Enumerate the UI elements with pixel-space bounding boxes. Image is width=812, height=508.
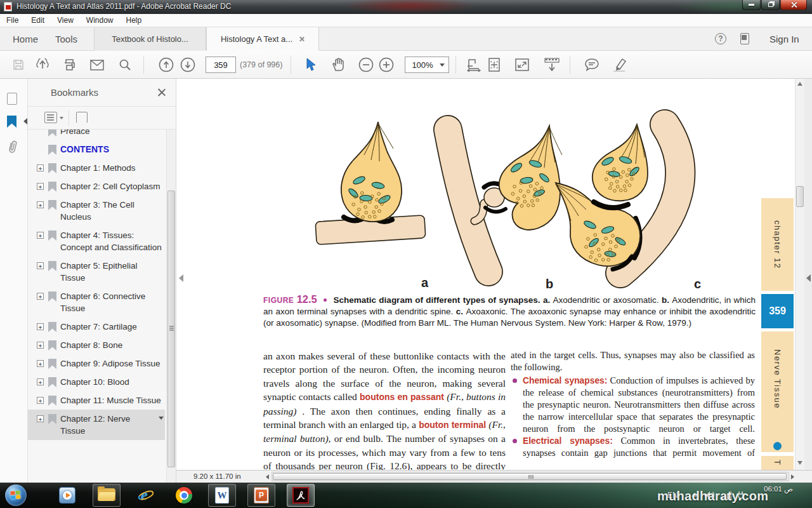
next-page-button[interactable] bbox=[178, 51, 198, 79]
bookmarks-scrollbar[interactable] bbox=[166, 130, 176, 483]
help-icon[interactable]: ? bbox=[715, 33, 726, 44]
menu-help[interactable]: Help bbox=[120, 14, 148, 27]
bookmark-item[interactable]: + Chapter 5: Epithelial Tissue bbox=[28, 257, 165, 287]
tab-home[interactable]: Home bbox=[13, 27, 38, 51]
bookmark-item[interactable]: + Chapter 3: The Cell Nucleus bbox=[28, 196, 165, 226]
bookmark-expand-toggle[interactable]: + bbox=[37, 293, 44, 300]
comment-tool-icon[interactable] bbox=[581, 51, 603, 79]
bookmark-options-caret[interactable] bbox=[159, 417, 164, 420]
select-tool-icon[interactable] bbox=[301, 51, 320, 79]
bookmark-expand-toggle[interactable]: + bbox=[37, 360, 44, 367]
bookmark-item[interactable]: + Chapter 8: Bone bbox=[28, 336, 165, 354]
bookmark-item[interactable]: + Chapter 2: Cell Cytoplasm bbox=[28, 177, 165, 196]
scroll-down-icon[interactable] bbox=[797, 461, 802, 465]
bookmark-expand-toggle[interactable]: + bbox=[37, 397, 44, 404]
taskbar-powerpoint[interactable]: P bbox=[247, 484, 275, 507]
bookmark-item[interactable]: CONTENTS bbox=[28, 140, 165, 159]
scroll-right-icon[interactable] bbox=[791, 474, 794, 479]
zoom-in-button[interactable] bbox=[377, 51, 396, 79]
bookmark-options-icon[interactable] bbox=[44, 112, 57, 123]
navigation-rail bbox=[0, 79, 28, 483]
document-view[interactable]: a b c FIGURE 12.5 Schematic diagram of d… bbox=[176, 79, 812, 470]
previous-page-button[interactable] bbox=[156, 51, 176, 79]
bookmark-expand-toggle[interactable]: + bbox=[37, 323, 44, 330]
sign-in-button[interactable]: Sign In bbox=[769, 27, 799, 51]
menu-file[interactable]: File bbox=[0, 14, 25, 27]
panel-close-icon[interactable] bbox=[157, 88, 166, 97]
bookmark-expand-toggle[interactable]: + bbox=[37, 164, 44, 171]
taskbar-file-explorer[interactable] bbox=[93, 484, 121, 507]
bookmark-item[interactable]: + Chapter 10: Blood bbox=[28, 373, 165, 391]
actual-size-button[interactable] bbox=[483, 51, 505, 79]
bookmark-item[interactable]: + Chapter 9: Adipose Tissue bbox=[28, 354, 165, 373]
zoom-level-dropdown[interactable]: 100% bbox=[405, 57, 449, 73]
side-tab-section[interactable]: Nerve Tissue bbox=[761, 331, 794, 452]
close-button[interactable] bbox=[780, 0, 807, 10]
scrollbar-thumb[interactable] bbox=[796, 186, 804, 207]
bullet-term: Chemical synapses: bbox=[523, 376, 607, 385]
save-button[interactable] bbox=[9, 51, 28, 79]
menu-window[interactable]: Window bbox=[80, 14, 120, 27]
bookmark-item[interactable]: + Chapter 7: Cartilage bbox=[28, 318, 165, 336]
bookmark-item[interactable]: + Chapter 1: Methods bbox=[28, 159, 165, 177]
fit-width-button[interactable] bbox=[463, 51, 485, 79]
vertical-scrollbar[interactable] bbox=[795, 79, 804, 470]
bookmark-item[interactable]: + Chapter 11: Muscle Tissue bbox=[28, 391, 165, 410]
bookmark-item[interactable]: + Chapter 4: Tissues: Concept and Classi… bbox=[28, 226, 165, 257]
collapse-panel-icon[interactable] bbox=[179, 274, 183, 282]
bookmark-expand-toggle[interactable]: + bbox=[37, 232, 44, 239]
scrollbar-thumb[interactable] bbox=[167, 190, 175, 467]
taskbar-media-player[interactable] bbox=[53, 484, 81, 507]
email-button[interactable] bbox=[88, 51, 107, 79]
taskbar-internet-explorer[interactable]: e bbox=[132, 484, 160, 507]
zoom-out-button[interactable] bbox=[357, 51, 376, 79]
tab-tools[interactable]: Tools bbox=[55, 27, 77, 51]
taskbar-chrome[interactable] bbox=[170, 484, 198, 507]
side-tab-page-number[interactable]: 359 bbox=[761, 294, 794, 328]
page-thumbnails-icon[interactable] bbox=[7, 93, 17, 105]
title-bar[interactable]: Histology A Text and Atlas 2011.pdf - Ad… bbox=[0, 0, 812, 14]
mobile-device-icon[interactable] bbox=[740, 33, 749, 44]
page-number-input[interactable] bbox=[206, 57, 236, 73]
taskbar-word[interactable]: W bbox=[208, 484, 236, 507]
start-button[interactable] bbox=[5, 485, 27, 506]
menu-edit[interactable]: Edit bbox=[25, 14, 51, 27]
share-upload-icon[interactable] bbox=[33, 51, 52, 79]
bookmark-item[interactable]: + Chapter 12: Nerve Tissue bbox=[28, 410, 165, 440]
window-title: Histology A Text and Atlas 2011.pdf - Ad… bbox=[16, 2, 231, 11]
internet-explorer-icon: e bbox=[137, 486, 155, 504]
bookmark-expand-toggle[interactable]: + bbox=[37, 183, 44, 190]
synapse-a-group bbox=[315, 122, 426, 244]
horizontal-scrollbar[interactable] bbox=[272, 472, 789, 481]
collapse-tools-icon[interactable] bbox=[806, 274, 811, 282]
highlight-tool-icon[interactable] bbox=[608, 51, 631, 79]
search-icon[interactable] bbox=[115, 51, 134, 79]
bookmark-item[interactable]: Preface bbox=[28, 130, 165, 140]
document-tab-inactive[interactable]: Textbook of Histolo... bbox=[94, 27, 206, 51]
print-button[interactable] bbox=[60, 51, 79, 79]
bookmark-expand-toggle[interactable]: + bbox=[37, 201, 44, 208]
bookmark-expand-toggle[interactable]: + bbox=[37, 378, 44, 385]
scrollbar-thumb[interactable] bbox=[273, 473, 787, 480]
bookmark-item[interactable]: + Chapter 6: Connective Tissue bbox=[28, 287, 165, 318]
bookmark-expand-toggle[interactable]: + bbox=[37, 415, 44, 422]
hand-tool-icon[interactable] bbox=[327, 51, 349, 79]
restore-button[interactable] bbox=[761, 0, 780, 10]
taskbar-adobe-reader[interactable] bbox=[287, 484, 315, 507]
scroll-up-icon[interactable] bbox=[797, 82, 802, 86]
reading-mode-button[interactable] bbox=[540, 51, 563, 79]
side-tab-next-partial[interactable]: T bbox=[761, 456, 794, 470]
attachments-icon[interactable] bbox=[7, 140, 18, 157]
side-tab-chapter[interactable]: chapter 12 bbox=[761, 198, 794, 291]
bookmarks-panel-icon[interactable] bbox=[7, 116, 16, 128]
tab-close-icon[interactable] bbox=[299, 36, 304, 42]
fullscreen-button[interactable] bbox=[511, 51, 533, 79]
minimize-button[interactable] bbox=[742, 0, 761, 10]
chevron-down-icon[interactable] bbox=[60, 117, 63, 119]
bookmark-expand-toggle[interactable]: + bbox=[37, 262, 44, 269]
bookmark-expand-toggle[interactable]: + bbox=[37, 342, 44, 349]
new-bookmark-icon[interactable] bbox=[76, 112, 88, 123]
document-tab-active[interactable]: Histology A Text a... bbox=[206, 27, 319, 51]
menu-view[interactable]: View bbox=[51, 14, 80, 27]
scroll-left-icon[interactable] bbox=[266, 474, 269, 479]
